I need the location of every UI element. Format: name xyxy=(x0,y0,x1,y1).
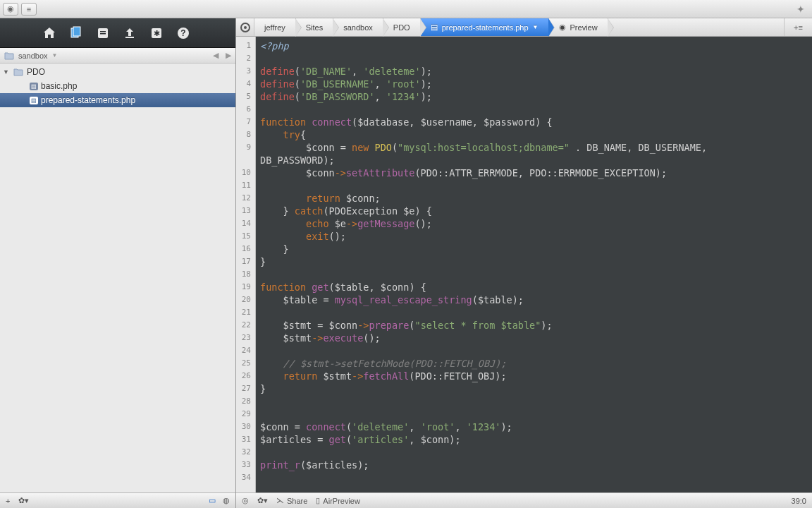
svg-rect-5 xyxy=(125,37,134,38)
sidebar: ✱ ? sandbox ▼ ◀ ▶ ▼ PDO xyxy=(0,18,236,508)
tree-folder-label: PDO xyxy=(27,67,45,77)
note-icon[interactable] xyxy=(94,25,111,42)
navigate-icon[interactable] xyxy=(236,18,254,36)
file-icon: ▤ xyxy=(431,23,438,32)
svg-text:✱: ✱ xyxy=(154,29,160,37)
rss-icon: ⋋ xyxy=(276,496,284,505)
chevron-down-icon: ▼ xyxy=(533,24,539,30)
target-icon[interactable]: ◎ xyxy=(242,496,249,505)
active-file-tab[interactable]: ▤ prepared-statements.php ▼ xyxy=(421,18,549,36)
path-tab-strip: jeffrey Sites sandbox PDO ▤ prepared-sta… xyxy=(236,18,812,37)
split-view-icon[interactable]: +≡ xyxy=(784,18,812,36)
add-tab-icon[interactable]: ✦ xyxy=(796,4,809,15)
tree-file[interactable]: ▤ prepared-statements.php xyxy=(0,93,235,107)
line-gutter: 1234567891011121314151617181920212223242… xyxy=(236,37,256,492)
gear-icon[interactable]: ✿▾ xyxy=(18,496,29,505)
breadcrumb-root: sandbox xyxy=(18,52,48,60)
airpreview-label: AirPreview xyxy=(323,497,360,505)
folder-icon xyxy=(4,52,14,60)
chevron-down-icon: ▼ xyxy=(52,52,58,59)
sidebar-breadcrumb[interactable]: sandbox ▼ ◀ ▶ xyxy=(0,48,235,64)
globe-icon[interactable]: ◍ xyxy=(223,496,230,505)
help-icon[interactable]: ? xyxy=(175,25,192,42)
path-crumb-label: sandbox xyxy=(343,23,373,32)
svg-rect-3 xyxy=(100,31,106,32)
toolbar-button-2[interactable]: ≡ xyxy=(21,3,37,16)
gear-icon[interactable]: ✿▾ xyxy=(257,496,268,505)
path-crumb[interactable]: jeffrey xyxy=(254,18,296,36)
path-crumb-label: jeffrey xyxy=(264,23,285,32)
file-tree[interactable]: ▼ PDO ▤ basic.php ▤ prepared-statements.… xyxy=(0,64,235,492)
path-crumb[interactable]: sandbox xyxy=(333,18,383,36)
view-mode-icon[interactable]: ▭ xyxy=(209,496,216,505)
active-file-label: prepared-statements.php xyxy=(442,23,529,32)
tree-file[interactable]: ▤ basic.php xyxy=(0,79,235,93)
upload-icon[interactable] xyxy=(121,25,138,42)
window-toolbar: ◉ ≡ ✦ xyxy=(0,0,812,18)
nav-forward-icon[interactable]: ▶ xyxy=(226,51,231,60)
editor-statusbar: ◎ ✿▾ ⋋ Share ▯ AirPreview 39:0 xyxy=(236,492,812,508)
tree-file-label: basic.php xyxy=(41,81,77,91)
svg-point-11 xyxy=(244,26,247,29)
sidebar-statusbar: + ✿▾ ▭ ◍ xyxy=(0,492,235,508)
code-editor[interactable]: 1234567891011121314151617181920212223242… xyxy=(236,37,812,492)
share-button[interactable]: ⋋ Share xyxy=(276,496,307,505)
code-content[interactable]: <?php define('DB_NAME', 'deleteme');defi… xyxy=(256,37,812,492)
php-file-icon: ▤ xyxy=(30,97,38,104)
svg-text:?: ? xyxy=(180,28,185,38)
editor-pane: jeffrey Sites sandbox PDO ▤ prepared-sta… xyxy=(236,18,812,508)
share-label: Share xyxy=(287,497,307,505)
eye-icon: ◉ xyxy=(559,23,566,32)
files-icon[interactable] xyxy=(68,25,85,42)
toolbar-button-1[interactable]: ◉ xyxy=(3,3,18,16)
svg-rect-4 xyxy=(100,33,106,35)
nav-back-icon[interactable]: ◀ xyxy=(213,51,219,60)
preview-tab[interactable]: ◉ Preview xyxy=(549,18,608,36)
folder-icon xyxy=(13,68,24,76)
path-crumb-label: Sites xyxy=(306,23,323,32)
path-crumb-label: PDO xyxy=(393,23,410,32)
php-file-icon: ▤ xyxy=(30,83,38,90)
disclosure-triangle-icon[interactable]: ▼ xyxy=(3,68,10,75)
add-button[interactable]: + xyxy=(6,497,10,505)
tree-file-label: prepared-statements.php xyxy=(41,95,135,105)
svg-rect-1 xyxy=(73,27,80,36)
device-icon: ▯ xyxy=(316,496,320,505)
path-crumb[interactable]: Sites xyxy=(296,18,333,36)
tree-folder[interactable]: ▼ PDO xyxy=(0,65,235,79)
cursor-position: 39:0 xyxy=(792,497,806,505)
airpreview-button[interactable]: ▯ AirPreview xyxy=(316,496,360,505)
preview-tab-label: Preview xyxy=(570,23,598,32)
star-icon[interactable]: ✱ xyxy=(148,25,165,42)
sidebar-toolbar: ✱ ? xyxy=(0,18,235,48)
home-icon[interactable] xyxy=(41,25,58,42)
